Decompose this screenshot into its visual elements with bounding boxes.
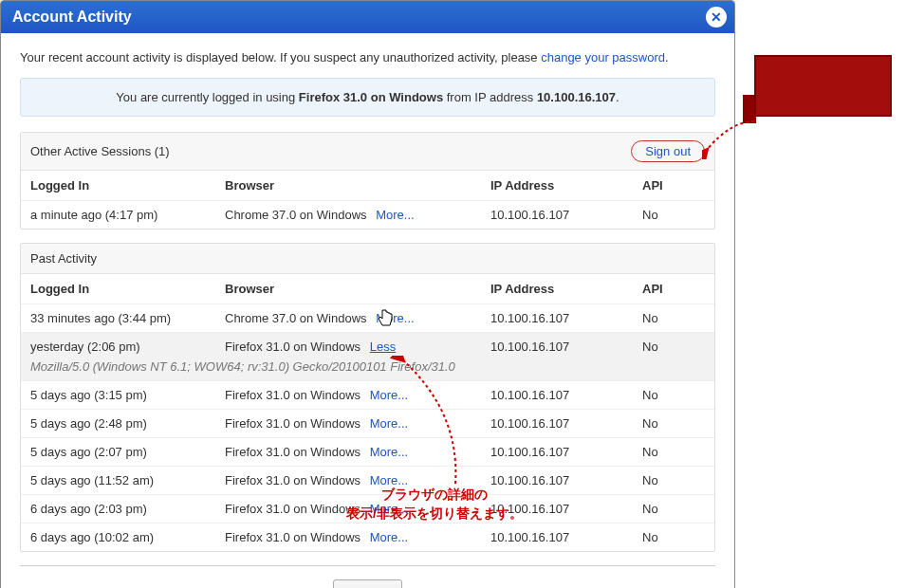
more-toggle-link[interactable]: More... xyxy=(370,416,408,431)
cell-browser: Firefox 31.0 on Windows More... xyxy=(225,445,490,459)
col-api: API xyxy=(642,178,699,193)
col-browser: Browser xyxy=(225,178,490,193)
banner-prefix: You are currently logged in using xyxy=(116,90,298,104)
annotation-block xyxy=(754,55,892,117)
banner-browser: Firefox 31.0 on Windows xyxy=(299,90,443,104)
sign-out-button[interactable]: Sign out xyxy=(631,140,705,162)
cell-browser: Chrome 37.0 on Windows More... xyxy=(225,311,490,325)
table-row: 5 days ago (3:15 pm)Firefox 31.0 on Wind… xyxy=(21,381,714,410)
cell-browser: Chrome 37.0 on Windows More... xyxy=(225,208,490,222)
more-toggle-link[interactable]: More... xyxy=(370,530,408,544)
cell-ip: 10.100.16.107 xyxy=(490,311,642,325)
cell-browser: Firefox 31.0 on Windows Less xyxy=(225,340,490,354)
active-sessions-title: Other Active Sessions (1) xyxy=(30,144,170,158)
intro-prefix: Your recent account activity is displaye… xyxy=(20,50,541,64)
close-button[interactable]: Close xyxy=(333,579,402,588)
past-activity-head: Past Activity xyxy=(21,244,714,274)
cell-logged-in: 5 days ago (11:52 am) xyxy=(30,473,225,487)
change-password-link[interactable]: change your password xyxy=(541,50,665,64)
col-logged-in: Logged In xyxy=(30,178,225,193)
intro-text: Your recent account activity is displaye… xyxy=(20,50,715,64)
cell-api: No xyxy=(642,530,699,544)
cell-ip: 10.100.16.107 xyxy=(490,445,642,459)
cell-api: No xyxy=(642,416,699,431)
cell-logged-in: 6 days ago (2:03 pm) xyxy=(30,502,225,516)
annotation-text: ブラウザの詳細の 表示/非表示を切り替えます。 xyxy=(346,486,523,523)
more-toggle-link[interactable]: More... xyxy=(370,388,408,402)
banner-suffix: . xyxy=(616,90,619,104)
col-ip: IP Address xyxy=(490,282,642,296)
col-browser: Browser xyxy=(225,282,490,296)
table-row: a minute ago (4:17 pm)Chrome 37.0 on Win… xyxy=(21,201,714,229)
cell-logged-in: 6 days ago (10:02 am) xyxy=(30,530,225,544)
intro-suffix: . xyxy=(665,50,669,64)
active-sessions-head: Other Active Sessions (1) Sign out xyxy=(21,133,714,171)
cell-ip: 10.100.16.107 xyxy=(490,208,642,222)
more-toggle-link[interactable]: More... xyxy=(376,311,414,325)
more-toggle-link[interactable]: More... xyxy=(376,208,414,222)
banner-ip: 10.100.16.107 xyxy=(537,90,616,104)
cell-ip: 10.100.16.107 xyxy=(490,530,642,544)
cell-logged-in: 33 minutes ago (3:44 pm) xyxy=(30,311,225,325)
cell-api: No xyxy=(642,502,699,516)
cell-logged-in: 5 days ago (3:15 pm) xyxy=(30,388,225,402)
table-row: 5 days ago (2:48 pm)Firefox 31.0 on Wind… xyxy=(21,410,714,438)
cell-logged-in: yesterday (2:06 pm) xyxy=(30,340,225,354)
annotation-line2: 表示/非表示を切り替えます。 xyxy=(346,505,523,524)
cell-browser: Firefox 31.0 on Windows More... xyxy=(225,416,490,431)
cell-logged-in: a minute ago (4:17 pm) xyxy=(30,208,225,222)
col-ip: IP Address xyxy=(490,178,642,193)
cell-ip: 10.100.16.107 xyxy=(490,416,642,431)
active-sessions-section: Other Active Sessions (1) Sign out Logge… xyxy=(20,132,715,230)
table-row: 33 minutes ago (3:44 pm)Chrome 37.0 on W… xyxy=(21,304,714,333)
cell-api: No xyxy=(642,473,699,487)
more-toggle-link[interactable]: Less xyxy=(370,340,396,354)
cell-browser: Firefox 31.0 on Windows More... xyxy=(225,530,490,544)
cell-ip: 10.100.16.107 xyxy=(490,388,642,402)
cell-browser: Firefox 31.0 on Windows More... xyxy=(225,388,490,402)
cell-api: No xyxy=(642,208,699,222)
active-table-head: Logged In Browser IP Address API xyxy=(21,171,714,201)
close-icon[interactable]: ✕ xyxy=(706,7,727,28)
annotation-line1: ブラウザの詳細の xyxy=(346,486,523,505)
past-activity-title: Past Activity xyxy=(30,251,97,266)
banner-mid: from IP address xyxy=(443,90,537,104)
dialog-header: Account Activity ✕ xyxy=(1,1,734,33)
cell-api: No xyxy=(642,388,699,402)
cell-ip: 10.100.16.107 xyxy=(490,340,642,354)
past-table-head: Logged In Browser IP Address API xyxy=(21,274,714,304)
cell-logged-in: 5 days ago (2:07 pm) xyxy=(30,445,225,459)
table-row: yesterday (2:06 pm)Firefox 31.0 on Windo… xyxy=(21,333,714,381)
more-toggle-link[interactable]: More... xyxy=(370,445,408,459)
cell-api: No xyxy=(642,445,699,459)
table-row: 6 days ago (10:02 am)Firefox 31.0 on Win… xyxy=(21,524,714,551)
cell-api: No xyxy=(642,340,699,354)
col-logged-in: Logged In xyxy=(30,282,225,296)
current-session-banner: You are currently logged in using Firefo… xyxy=(20,78,715,117)
cell-api: No xyxy=(642,311,699,325)
dialog-title: Account Activity xyxy=(12,9,132,25)
footer-divider xyxy=(20,565,715,566)
table-row: 5 days ago (2:07 pm)Firefox 31.0 on Wind… xyxy=(21,438,714,467)
user-agent-detail: Mozilla/5.0 (Windows NT 6.1; WOW64; rv:3… xyxy=(30,359,705,374)
cell-logged-in: 5 days ago (2:48 pm) xyxy=(30,416,225,431)
col-api: API xyxy=(642,282,699,296)
